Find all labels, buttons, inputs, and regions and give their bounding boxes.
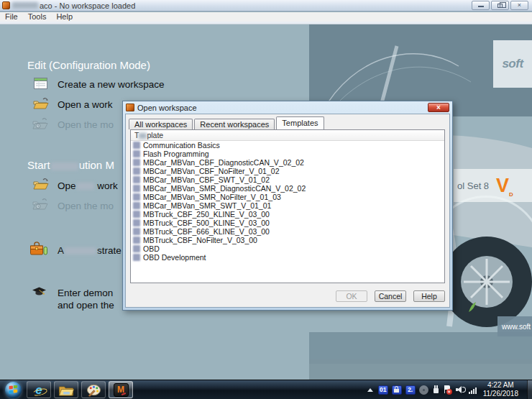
menubar: FileToolsHelp xyxy=(0,12,532,22)
tray-badge-01[interactable]: 01 xyxy=(378,385,388,395)
template-row[interactable]: Flash Programming xyxy=(131,150,444,158)
softing-logo-box: soft xyxy=(493,40,532,88)
taskbar-internet-explorer[interactable]: e xyxy=(27,381,51,398)
clock-time: 4:22 AM xyxy=(487,381,514,390)
dialog-close-button[interactable]: × xyxy=(428,103,449,112)
toolset-banner-sub: D xyxy=(509,191,513,198)
template-row[interactable]: MBTruck_CBF_666_KLINE_V_03_00 xyxy=(131,227,444,236)
window-title: aco - No workspace loaded xyxy=(40,1,135,10)
template-row-icon xyxy=(133,185,140,192)
dialog-body: All workspaces Recent workspaces Templat… xyxy=(125,114,450,308)
template-row-icon xyxy=(133,168,140,175)
toolset-banner: ol Set 8 V D xyxy=(454,169,532,202)
template-row[interactable]: MBCar_MBVan_SMR_NoFilter_V_01_03 xyxy=(131,193,444,201)
open-workspace-exec-item[interactable]: Ope work xyxy=(58,180,118,191)
action-center-flag-icon[interactable]: × xyxy=(444,385,452,395)
show-desktop-button[interactable] xyxy=(527,380,532,399)
tray-expand-icon[interactable] xyxy=(367,388,373,392)
restore-button[interactable] xyxy=(491,1,509,10)
open-workspace-item[interactable]: Open a work xyxy=(58,99,113,110)
help-button[interactable]: Help xyxy=(413,290,445,302)
template-row[interactable]: Communication Basics xyxy=(131,141,444,150)
template-row-label: Flash Programming xyxy=(143,150,209,158)
template-row-label: OBD Development xyxy=(143,253,206,262)
softing-logo-text: soft xyxy=(502,57,523,71)
template-row-label: MBCar_MBVan_SMR_SWT_V_01_01 xyxy=(143,201,271,210)
template-column-header[interactable]: Tplate xyxy=(131,130,444,141)
template-row[interactable]: MBCar_MBVan_CBF_NoFilter_V_01_02 xyxy=(131,167,444,175)
template-row[interactable]: MBCar_MBVan_CBF_DiagnosticCAN_V_02_02 xyxy=(131,158,444,167)
tab-templates[interactable]: Templates xyxy=(276,116,324,129)
tray-plug-icon[interactable] xyxy=(432,385,440,394)
volume-icon[interactable] xyxy=(456,385,465,394)
close-button[interactable]: × xyxy=(510,1,528,10)
template-row[interactable]: MBCar_MBVan_SMR_SWT_V_01_01 xyxy=(131,201,444,210)
taskbar: e M 01 xyxy=(0,380,532,399)
template-row[interactable]: OBD Development xyxy=(131,253,444,262)
tray-wireless-icon[interactable] xyxy=(419,385,428,395)
dialog-titlebar[interactable]: Open workspace × xyxy=(123,101,452,114)
template-row-label: MBTruck_CBF_500_KLINE_V_03_00 xyxy=(143,219,270,227)
taskbar-monaco-app-active[interactable]: M xyxy=(109,381,133,398)
taskbar-clock[interactable]: 4:22 AM 11/26/2018 xyxy=(480,381,523,398)
open-recent-exec-item-disabled: Open the mo xyxy=(58,201,114,211)
template-row-icon xyxy=(133,142,140,149)
dialog-buttons: OK Cancel Help xyxy=(336,290,445,302)
template-row[interactable]: MBTruck_CBF_250_KLINE_V_03_00 xyxy=(131,210,444,219)
template-row-icon xyxy=(133,202,140,209)
template-row-label: MBTruck_CBF_666_KLINE_V_03_00 xyxy=(143,227,270,236)
taskbar-windows-explorer[interactable] xyxy=(54,381,78,398)
app-icon xyxy=(2,1,10,9)
template-row-label: MBTruck_CBF_250_KLINE_V_03_00 xyxy=(143,210,270,219)
tray-lock-icon[interactable] xyxy=(392,385,402,395)
tray-badge-2[interactable]: 2. xyxy=(405,385,416,395)
template-row-label: MBCar_MBVan_SMR_NoFilter_V_01_03 xyxy=(143,193,281,201)
template-list: Tplate Communication Basics Flash Progra… xyxy=(130,129,445,283)
tab-all-workspaces[interactable]: All workspaces xyxy=(129,119,193,129)
demonstration-item-line1[interactable]: Enter demon xyxy=(58,288,113,298)
administrate-item[interactable]: Astrate xyxy=(58,245,121,256)
cancel-button[interactable]: Cancel xyxy=(375,290,406,302)
action-center-error-badge: × xyxy=(446,389,452,395)
template-row[interactable]: MBCar_MBVan_SMR_DiagnosticCAN_V_02_02 xyxy=(131,184,444,193)
toolset-banner-v-mark: V xyxy=(496,177,509,194)
redacted-app-name xyxy=(12,2,38,9)
template-row-icon xyxy=(133,237,140,244)
menu-item[interactable]: Help xyxy=(51,12,78,22)
template-row[interactable]: OBD xyxy=(131,244,444,253)
open-workspace-exec-icon xyxy=(32,177,49,193)
ok-button[interactable]: OK xyxy=(336,290,367,302)
internet-explorer-icon: e xyxy=(35,384,42,396)
open-recent-workspace-item-disabled: Open the mo xyxy=(58,119,114,130)
window-titlebar[interactable]: aco - No workspace loaded × xyxy=(0,0,532,12)
minimize-button[interactable] xyxy=(472,1,490,10)
monaco-app-icon: M xyxy=(114,383,129,397)
start-button[interactable] xyxy=(5,382,22,398)
administrate-icon xyxy=(29,240,49,260)
demonstration-item-line2[interactable]: and open the xyxy=(58,300,114,311)
website-text: www.soft xyxy=(497,323,531,331)
open-recent-exec-icon-disabled xyxy=(32,197,48,214)
dialog-tabstrip: All workspaces Recent workspaces Templat… xyxy=(129,116,446,129)
clock-date: 11/26/2018 xyxy=(483,390,518,398)
template-row-icon xyxy=(133,245,140,252)
template-row-label: MBCar_MBVan_SMR_DiagnosticCAN_V_02_02 xyxy=(143,184,306,193)
template-row[interactable]: MBTruck_CBF_500_KLINE_V_03_00 xyxy=(131,219,444,227)
taskbar-paint[interactable] xyxy=(81,381,106,398)
template-row-label: MBCar_MBVan_CBF_SWT_V_01_02 xyxy=(143,175,270,184)
redacted-item-text xyxy=(77,183,94,190)
menu-item[interactable]: Tools xyxy=(23,12,52,22)
open-workspace-dialog: Open workspace × All workspaces Recent w… xyxy=(122,101,453,311)
template-row-icon xyxy=(133,219,140,226)
menu-item[interactable]: File xyxy=(0,12,23,22)
template-row-label: Communication Basics xyxy=(143,141,220,150)
template-rows: Communication Basics Flash Programming M… xyxy=(131,141,444,283)
dialog-title: Open workspace xyxy=(137,104,197,112)
template-row[interactable]: MBTruck_CBF_NoFilter_V_03_00 xyxy=(131,236,444,244)
template-row[interactable]: MBCar_MBVan_CBF_SWT_V_01_02 xyxy=(131,175,444,184)
tab-recent-workspaces[interactable]: Recent workspaces xyxy=(194,119,275,129)
template-row-icon xyxy=(133,159,140,166)
template-row-label: MBCar_MBVan_CBF_NoFilter_V_01_02 xyxy=(143,167,279,175)
network-signal-icon[interactable] xyxy=(469,386,477,394)
create-workspace-item[interactable]: Create a new workspace xyxy=(58,79,165,90)
